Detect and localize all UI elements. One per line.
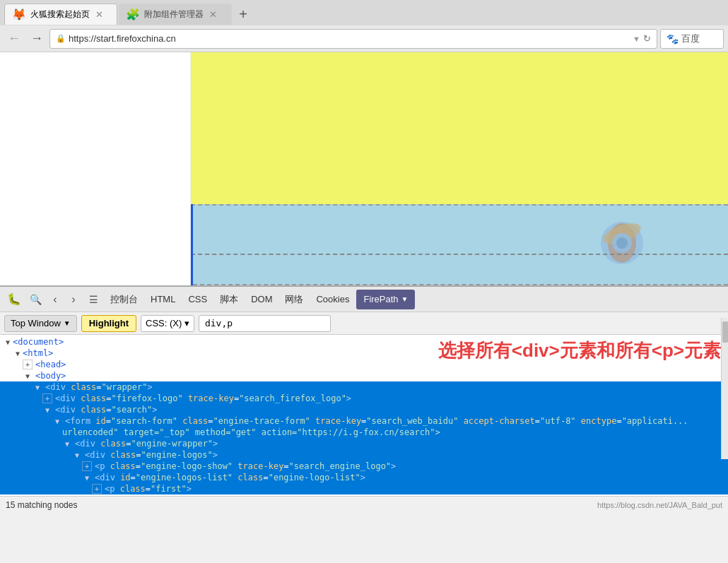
page-main-content — [191, 52, 728, 285]
tab-css[interactable]: CSS — [182, 290, 213, 309]
tree-row-head[interactable]: + <head> — [0, 359, 728, 370]
expand-engine-wrapper[interactable]: ▼ — [62, 439, 72, 449]
dom-tree: ▼ <document> ▼ <html> + <head> ▼ — [0, 335, 728, 496]
tab-title-addons: 附加组件管理器 — [144, 8, 204, 20]
tree-content-form: <form id="search-form" class="engine-tra… — [65, 416, 688, 426]
tree-row-document[interactable]: ▼ <document> — [0, 336, 728, 348]
expand-engine-logos-list[interactable]: ▼ — [82, 473, 92, 482]
tab-close-addons[interactable]: ✕ — [209, 9, 217, 20]
blue-section — [191, 204, 728, 285]
browser-chrome: 🦊 火狐搜索起始页 ✕ 🧩 附加组件管理器 ✕ + ← → 🔒 https://… — [0, 0, 728, 52]
tree-row-engine-logos-list[interactable]: ▼ <div id="engine-logos-list" class="eng… — [0, 472, 728, 483]
address-dropdown-icon[interactable]: ▼ — [633, 35, 640, 43]
tree-row-body[interactable]: ▼ <body> — [0, 370, 728, 381]
highlight-button[interactable]: Highlight — [81, 315, 136, 332]
tab-cookies[interactable]: Cookies — [310, 290, 355, 309]
forward-button[interactable]: → — [27, 29, 47, 49]
top-window-button[interactable]: Top Window ▼ — [4, 315, 77, 332]
firefox-logo-watermark — [587, 209, 657, 278]
tab-html[interactable]: HTML — [145, 290, 181, 309]
expand-wrapper[interactable]: ▼ — [33, 382, 42, 392]
new-tab-button[interactable]: + — [233, 4, 253, 24]
tree-row-wrapper[interactable]: ▼ <div class="wrapper"> — [0, 381, 728, 393]
expand-document[interactable]: ▼ — [3, 337, 13, 347]
address-bar[interactable]: 🔒 https://start.firefoxchina.cn ▼ ↻ — [49, 29, 657, 49]
tree-row-engine-logos[interactable]: ▼ <div class="engine-logos"> — [0, 449, 728, 461]
dashed-line-inside-blue — [191, 254, 728, 255]
tree-content-engine-logos-list: <div id="engine-logos-list" class="engin… — [95, 473, 365, 482]
devtools-back-btn[interactable]: ‹ — [47, 290, 64, 309]
page-left-white — [0, 52, 191, 285]
tree-row-html[interactable]: ▼ <html> — [0, 348, 728, 359]
expand-body[interactable]: ▼ — [23, 371, 33, 381]
dom-tree-container: 选择所有<div>元素和所有<p>元素 ▼ <document> ▼ <html… — [0, 335, 728, 496]
devtools-secondary-bar: Top Window ▼ Highlight CSS: (X) ▾ — [0, 312, 728, 335]
expand-p-first[interactable]: + — [92, 484, 102, 494]
nav-bar: ← → 🔒 https://start.firefoxchina.cn ▼ ↻ … — [0, 25, 728, 52]
tree-content-head: <head> — [35, 360, 66, 369]
scrollbar-thumb[interactable] — [722, 321, 728, 343]
addons-tab-icon: 🧩 — [126, 8, 140, 21]
highlight-label: Highlight — [89, 318, 129, 328]
status-bar: 15 matching nodes https://blog.csdn.net/… — [0, 496, 728, 513]
bottom-dashed-line — [193, 284, 728, 285]
tree-content-html: <html> — [23, 348, 53, 358]
tree-row-search[interactable]: ▼ <div class="search"> — [0, 404, 728, 415]
tree-content-document: <document> — [13, 337, 64, 347]
yellow-section — [191, 52, 728, 204]
search-engine-icon: 🐾 — [667, 33, 679, 45]
lock-icon: 🔒 — [56, 34, 66, 43]
tree-row-firefox-logo[interactable]: + <div class="firefox-logo" trace-key="s… — [0, 393, 728, 404]
css-selector-dropdown[interactable]: CSS: (X) ▾ — [141, 315, 194, 332]
matching-nodes-status: 15 matching nodes — [6, 500, 77, 510]
expand-html[interactable]: ▼ — [13, 348, 23, 358]
tab-network[interactable]: 网络 — [279, 290, 309, 309]
tree-row-engine-wrapper[interactable]: ▼ <div class="engine-wrapper"> — [0, 438, 728, 449]
devtools-inspect-icon[interactable]: 🔍 — [25, 290, 45, 309]
tab-firefox[interactable]: 🦊 火狐搜索起始页 ✕ — [4, 4, 117, 25]
tab-addons[interactable]: 🧩 附加组件管理器 ✕ — [119, 4, 232, 25]
devtools-forward-btn[interactable]: › — [65, 290, 82, 309]
expand-search[interactable]: ▼ — [42, 405, 52, 415]
firefox-tab-icon: 🦊 — [12, 8, 26, 21]
expand-engine-logos[interactable]: ▼ — [72, 450, 82, 460]
blue-vertical-line — [191, 204, 193, 285]
tree-content-body: <body> — [35, 371, 66, 381]
devtools-firebug-icon[interactable]: 🐛 — [4, 290, 24, 309]
firepath-label: FirePath — [363, 294, 398, 304]
expand-firefox-logo[interactable]: + — [42, 393, 52, 403]
firepath-css-input[interactable] — [199, 315, 331, 332]
tree-row-p-first[interactable]: + <p class="first"> — [0, 483, 728, 494]
devtools-menu-btn[interactable]: ☰ — [83, 290, 103, 309]
tab-firepath[interactable]: FirePath ▼ — [356, 290, 415, 309]
tree-row-form-cont[interactable]: urlencoded" target="_top" method="get" a… — [0, 427, 728, 438]
tree-content-engine-wrapper: <div class="engine-wrapper"> — [75, 439, 218, 449]
tab-console[interactable]: 控制台 — [105, 290, 143, 309]
tree-content-p-first: <p class="first"> — [105, 484, 192, 494]
tree-content-engine-logo-show: <p class="engine-logo-show" trace-key="s… — [95, 461, 396, 471]
tab-script[interactable]: 脚本 — [214, 290, 244, 309]
devtools-panel: 🐛 🔍 ‹ › ☰ 控制台 HTML CSS 脚本 DOM 网络 Cookies… — [0, 285, 728, 513]
expand-engine-logo-show[interactable]: + — [82, 461, 92, 471]
page-content — [0, 52, 728, 285]
top-window-dropdown-icon: ▼ — [64, 319, 71, 327]
svg-point-4 — [616, 237, 628, 249]
tree-content-form-cont: urlencoded" target="_top" method="get" a… — [62, 427, 440, 437]
back-button[interactable]: ← — [4, 29, 24, 49]
devtools-scrollbar[interactable] — [721, 318, 728, 459]
tree-content-search: <div class="search"> — [55, 405, 158, 415]
tree-row-form[interactable]: ▼ <form id="search-form" class="engine-t… — [0, 415, 728, 427]
tree-content-engine-logos: <div class="engine-logos"> — [85, 450, 218, 460]
css-selector-label: CSS: (X) ▾ — [146, 318, 189, 328]
devtools-toolbar: 🐛 🔍 ‹ › ☰ 控制台 HTML CSS 脚本 DOM 网络 Cookies… — [0, 287, 728, 312]
search-box[interactable]: 🐾 百度 — [660, 29, 724, 49]
top-window-label: Top Window — [11, 318, 61, 328]
expand-head[interactable]: + — [23, 360, 33, 369]
firepath-dropdown-icon[interactable]: ▼ — [401, 295, 409, 303]
tree-row-engine-logo-show[interactable]: + <p class="engine-logo-show" trace-key=… — [0, 461, 728, 472]
expand-form[interactable]: ▼ — [52, 416, 62, 426]
tab-close-firefox[interactable]: ✕ — [95, 9, 103, 20]
address-text: https://start.firefoxchina.cn — [69, 33, 630, 44]
tab-dom[interactable]: DOM — [245, 290, 278, 309]
refresh-icon[interactable]: ↻ — [643, 33, 651, 44]
